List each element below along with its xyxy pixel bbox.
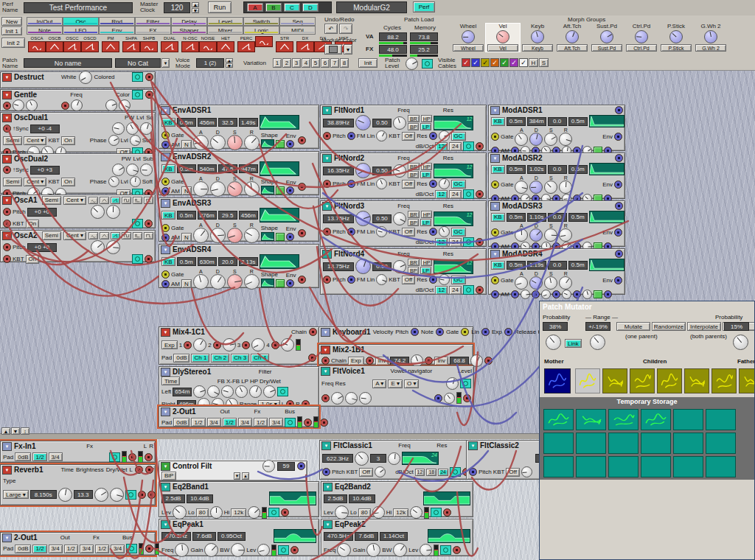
knob[interactable] (521, 466, 532, 477)
blue-port[interactable] (161, 141, 170, 149)
blue-port[interactable] (161, 234, 170, 242)
red-port[interactable] (3, 166, 11, 174)
waveform-4-button[interactable] (133, 197, 142, 204)
knob[interactable] (140, 122, 153, 135)
button-x[interactable]: ▴ (242, 472, 249, 480)
blue-port[interactable] (286, 233, 294, 241)
button-semi[interactable]: Semi (42, 231, 61, 240)
module-menu-icon[interactable]: ▼ (490, 250, 500, 259)
slot-c-button[interactable]: C (284, 3, 300, 12)
module-titlebar[interactable]: ▼EnvADSR2 (159, 152, 319, 161)
yellow-port[interactable] (491, 133, 499, 141)
button-on[interactable]: On (61, 178, 75, 186)
button-off[interactable]: Off (359, 468, 373, 477)
blue-port[interactable] (436, 328, 444, 336)
module-titlebar[interactable]: ▼FltClassic1FreqRes (320, 441, 473, 450)
yellow-port[interactable] (161, 178, 170, 186)
module-menu-icon[interactable]: ▼ (161, 328, 170, 337)
module-mix2-1b1[interactable]: ▼Mix2-1B1ChainExpInv74.2Inv68.8 (319, 344, 473, 365)
tab-midi[interactable]: MIDI (279, 26, 316, 35)
range-knob[interactable] (590, 335, 605, 350)
temp-storage-slot-1[interactable] (543, 409, 574, 430)
yellow-port[interactable] (491, 228, 499, 237)
tab-mixer[interactable]: Mixer (207, 26, 243, 35)
button-kb[interactable]: KB (491, 261, 505, 270)
temp-storage-slot-16[interactable] (641, 456, 671, 477)
module-menu-icon[interactable]: ▼ (321, 367, 330, 376)
power-button[interactable] (463, 189, 474, 199)
module-titlebar[interactable]: ▼EqPeak1 (159, 519, 319, 529)
morph-knob[interactable] (462, 30, 475, 43)
button-1-2[interactable]: 1/2 (64, 545, 78, 553)
button-24[interactable]: 24 (449, 286, 462, 295)
module-envadsr3[interactable]: ▼EnvADSR3KB0.5m876m29.5456mGateAMNADSRSh… (159, 197, 319, 242)
knob[interactable] (13, 99, 24, 111)
red-port[interactable] (135, 466, 143, 474)
patch-level-knob[interactable] (406, 57, 418, 70)
waveform-0-button[interactable] (88, 197, 98, 204)
power-button[interactable] (450, 467, 461, 477)
blue-port[interactable] (532, 290, 540, 298)
voice-mode-up[interactable]: ▲ (226, 58, 233, 63)
mutator-randomize-button[interactable]: Randomize (652, 322, 686, 331)
yellow-port[interactable] (491, 181, 499, 189)
probability-right-knob[interactable] (733, 335, 748, 350)
module-titlebar[interactable]: ▼DlyStereo1Filter (159, 367, 319, 377)
morph-knob[interactable] (496, 30, 509, 43)
red-port[interactable] (309, 328, 317, 336)
variation-1-button[interactable]: 1 (273, 58, 282, 68)
temp-storage-slot-15[interactable] (608, 456, 639, 477)
red-port[interactable] (3, 102, 11, 110)
module-osca1[interactable]: ▼OscA1SemiCent ▾Pitch+0 +0KBTOn (0, 195, 156, 228)
knob[interactable] (193, 135, 209, 150)
button-3-4[interactable]: 3/4 (49, 545, 63, 553)
morph-knob[interactable] (669, 30, 683, 43)
module-titlebar[interactable]: ▼EqPeak2 (321, 519, 473, 529)
temp-storage-slot-2[interactable] (576, 409, 606, 430)
module-titlebar[interactable]: ▼OscDual2PWLvlSub (1, 154, 155, 164)
knob[interactable] (110, 488, 124, 502)
red-port[interactable] (242, 341, 250, 349)
palette-dual-module[interactable]: DUAL (161, 36, 178, 56)
monitor-button[interactable] (276, 279, 285, 287)
blue-port[interactable] (347, 180, 355, 188)
blue-port[interactable] (286, 186, 294, 195)
power-button[interactable] (278, 545, 289, 555)
tab-lfo[interactable]: LFO (63, 26, 99, 35)
module-titlebar[interactable]: ▼OscDual1PWLvlSq (1, 113, 155, 122)
mutator-child-slot-5[interactable] (684, 368, 709, 393)
red-port[interactable] (323, 276, 331, 284)
button-3-4[interactable]: 3/4 (49, 452, 63, 461)
knob[interactable] (544, 181, 557, 194)
tab-rnd[interactable]: Rnd (99, 17, 135, 26)
red-port[interactable] (323, 132, 331, 140)
red-port[interactable] (366, 357, 374, 365)
button-24[interactable]: 24 (438, 469, 448, 476)
blue-port[interactable] (347, 276, 355, 284)
mutator-child-slot-1[interactable] (575, 368, 600, 393)
module-titlebar[interactable]: ▼FltNord1FreqRes (321, 105, 486, 115)
knob[interactable] (193, 228, 209, 243)
palette-dx-module[interactable]: DX (296, 36, 314, 56)
module-menu-icon[interactable]: ▼ (323, 520, 333, 529)
knob[interactable] (376, 178, 387, 189)
patch-power-button[interactable] (422, 59, 433, 69)
knob[interactable] (582, 290, 592, 299)
morph-knob[interactable] (635, 30, 648, 43)
button-3-4[interactable]: 3/4 (207, 418, 221, 427)
morph-p-stick-button[interactable]: P.Stick (661, 44, 692, 52)
voice-mode-down[interactable]: ▼ (226, 63, 233, 68)
button-lp[interactable]: LP (420, 219, 431, 226)
blue-port[interactable] (481, 328, 490, 336)
knob[interactable] (376, 226, 387, 237)
button-hp[interactable]: HP (421, 163, 433, 170)
red-port[interactable] (298, 136, 306, 144)
variation-2-button[interactable]: 2 (282, 58, 291, 68)
knob[interactable] (210, 135, 226, 150)
module-menu-icon[interactable]: ▼ (322, 154, 332, 163)
red-port[interactable] (308, 354, 316, 362)
module-titlebar[interactable]: ▼Reverb1TimeBrightnessDry/WetL (1, 465, 155, 475)
module-titlebar[interactable]: ▼Mix2-1B1 (319, 345, 473, 354)
voice-mode-value[interactable]: 1 (2) (196, 58, 224, 68)
blue-port[interactable] (161, 187, 170, 195)
